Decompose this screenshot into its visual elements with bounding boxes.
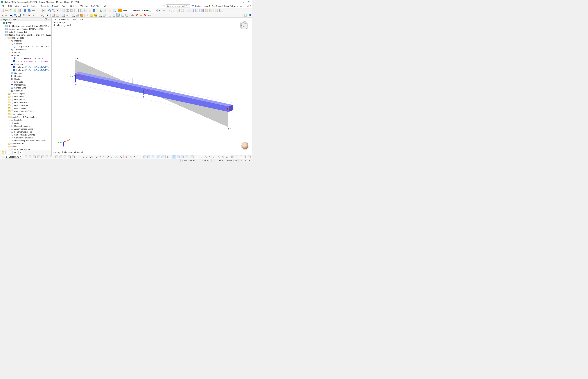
new-surface-button[interactable] [13,13,17,17]
close-button[interactable]: ✕ [246,0,251,4]
tree-basic-objects[interactable]: Basic Objects [11,37,24,39]
calculate-button[interactable]: Σ [92,8,96,13]
loadcase-combo[interactable]: DS1 [122,9,132,12]
nav-bottom-views-button[interactable] [13,151,17,154]
view-hide-button[interactable] [135,13,139,17]
show-results-button[interactable] [98,8,102,13]
tree-solid-sets[interactable]: Solid Sets [14,90,24,92]
bb-btn-8[interactable] [55,155,59,159]
save-all-button[interactable] [27,8,31,13]
mesh-button[interactable] [75,13,79,17]
tree-types-solids[interactable]: Types for Solids [11,107,26,110]
bb-shape-cross[interactable] [217,155,221,159]
bb-arc-8[interactable] [115,155,119,159]
tree-load-cases[interactable]: Load Cases [14,119,25,121]
bb-arc-4[interactable] [98,155,102,159]
view-show-button[interactable] [131,13,134,17]
bb-r-1[interactable] [143,155,147,159]
bb-arc-1[interactable] [85,155,89,159]
bb-perp-4[interactable] [137,155,141,159]
bb-r-11[interactable] [190,155,194,159]
menu-help[interactable]: Help [101,4,109,8]
js-button[interactable]: JS [94,13,98,17]
tree-lc1[interactable]: LC1 - Self-weight [14,148,30,150]
tree-root[interactable]: RFEM [6,22,12,24]
tree-action-comb[interactable]: Action Combinations [14,128,33,130]
keyword-search[interactable]: Type a keyword (Alt+Q) [166,4,190,8]
bb-arc-6[interactable] [106,155,110,159]
new-model-button[interactable] [0,8,4,13]
mdi-restore-button[interactable]: ❐ [246,4,249,8]
tree-thicknesses[interactable]: Thicknesses [14,48,26,51]
dimension-button[interactable]: 1.0 [65,13,69,17]
bb-btn-9[interactable] [59,155,63,159]
print-button[interactable] [32,8,35,13]
bb-btn-6[interactable] [45,155,49,159]
tree-member-2[interactable]: 2 - Beam | 1 - Sqr HSS 3-1/2x3-1/2x0.250… [16,69,51,71]
navigation-cube[interactable]: x -y [238,20,249,30]
tree-member-sets[interactable]: Member Sets [14,84,26,86]
new-solid-button[interactable] [21,13,26,17]
bb-btn-4[interactable] [37,155,41,159]
tree-actions[interactable]: Actions [14,122,21,124]
undo-button[interactable] [47,8,51,13]
project-manager-button[interactable] [80,8,84,13]
copy-button[interactable] [51,13,55,17]
tb-icon-5[interactable] [190,8,195,13]
assistant-avatar[interactable] [241,142,249,149]
dim-x-button[interactable]: |x [27,13,31,17]
bb-r-8[interactable] [176,155,180,159]
navigator-close-button[interactable]: ✕ [48,18,50,21]
bb-perp-1[interactable] [124,155,129,159]
navigator-tree[interactable]: ▾RFEM ▸Double Members - Nodal Release.rf… [0,21,51,150]
tb-icon-2[interactable] [176,8,180,13]
bb-r-3[interactable] [151,155,155,159]
bb-arc-3[interactable] [94,155,98,159]
tree-line-2[interactable]: 2 - 1,2 | Polyline | L : 4.000 m | Line … [16,60,51,63]
hinge-button[interactable] [89,13,94,17]
menu-tools[interactable]: Tools [61,4,68,8]
dim-z-button[interactable]: |z [36,13,40,17]
bb-grid-5[interactable] [247,155,251,159]
menu-window[interactable]: Window [79,4,89,8]
tb2-icon-1[interactable] [102,13,106,17]
bb-btn-3[interactable] [32,155,36,159]
menu-insert[interactable]: Insert [21,4,29,8]
warning-button[interactable]: ! [139,13,143,17]
navigator-float-button[interactable]: ❐ [45,18,48,21]
tree-load-comb[interactable]: Load Combinations [14,131,32,133]
redo-button[interactable] [51,8,55,13]
bb-arc-9[interactable] [119,155,123,159]
result-diagrams-button[interactable] [102,8,106,13]
report-button[interactable] [37,8,41,13]
support-button[interactable] [85,13,89,17]
divide-button[interactable] [61,13,65,17]
tree-member-1[interactable]: 1 - Beam | 1 - Sqr HSS 3-1/2x3-1/2x0.250… [16,66,51,68]
tb-icon-3[interactable] [180,8,184,13]
nav-bottom-results-button[interactable] [18,151,23,154]
tree-types-members[interactable]: Types for Members [11,101,29,104]
tree-design-situations[interactable]: Design Situations [14,125,30,127]
tree-line-1[interactable]: 1 - 1,2 | Polyline | L : 4.000 m [16,57,43,60]
new-node-button[interactable] [0,13,4,17]
addons-button[interactable] [112,8,116,13]
bb-btn-12[interactable] [71,155,75,159]
color-mode-button[interactable] [248,13,252,17]
menu-file[interactable]: File [0,4,7,8]
bb-r-7[interactable] [172,155,176,159]
tree-types-special[interactable]: Types for Special Objects [11,110,34,112]
bb-shape-diamond[interactable] [204,155,208,159]
units-button[interactable] [108,8,112,13]
bb-perp-3[interactable] [133,155,137,159]
bb-r-2[interactable] [147,155,151,159]
tree-section-item[interactable]: 1 - Sqr HSS 3-1/2x3-1/2x0.250 | AISC 16 [16,46,51,48]
tree-lines[interactable]: Lines [14,54,19,57]
bb-btn-5[interactable] [41,155,45,159]
bb-btn-2[interactable] [28,155,32,159]
save-button[interactable] [23,8,27,13]
bb-vline-2[interactable] [81,155,85,159]
tree-current-project[interactable]: Double Members - Member Hinge.rf6* | FAQ… [8,34,51,36]
bb-vline-1[interactable] [77,155,81,159]
select-button[interactable] [46,13,49,17]
new-opening-button[interactable] [17,13,21,17]
